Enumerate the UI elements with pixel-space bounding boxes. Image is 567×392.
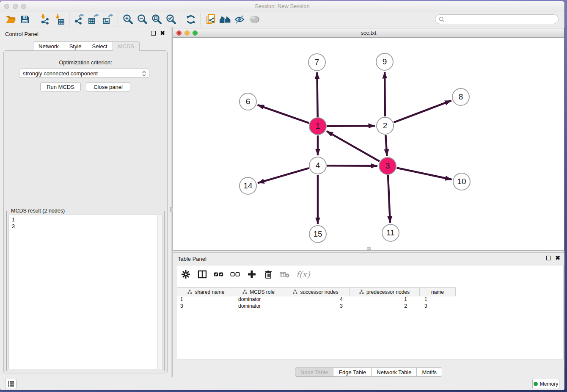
node-table-view: f(x) shared name MCDS role successor nod… (177, 265, 564, 359)
toolbar-separator (201, 13, 201, 26)
network-canvas[interactable]: 7968124314101511 (173, 38, 564, 250)
graph-edge-3-10[interactable] (397, 168, 452, 179)
canvas-resize-handle[interactable] (367, 247, 371, 250)
result-scrollbar[interactable] (157, 215, 162, 369)
tab-style[interactable]: Style (64, 41, 87, 51)
tab-node-table[interactable]: Node Table (295, 367, 334, 377)
table-row[interactable]: 3dominator323 (177, 303, 563, 310)
column-header-predecessor-nodes[interactable]: predecessor nodes (350, 288, 420, 296)
network-window-titlebar[interactable]: ✕ − + scc.txt (173, 28, 564, 38)
main-toolbar (0, 12, 564, 27)
graph-node-4[interactable]: 4 (309, 157, 327, 174)
graph-node-10[interactable]: 10 (453, 173, 471, 190)
search-field[interactable] (435, 14, 559, 24)
graph-node-3[interactable]: 3 (379, 157, 396, 175)
graph-node-11[interactable]: 11 (382, 224, 399, 242)
search-input[interactable] (445, 17, 558, 22)
table-cell[interactable]: dominator (235, 296, 282, 303)
graph-edge-1-2[interactable] (327, 126, 375, 126)
graph-edge-2-3[interactable] (385, 135, 387, 156)
table-cell[interactable]: dominator (235, 303, 282, 310)
graph-node-6[interactable]: 6 (239, 93, 257, 110)
delete-row-trash-icon[interactable] (263, 269, 273, 279)
table-cell[interactable]: 3 (420, 303, 456, 310)
graph-edge-2-9[interactable] (385, 72, 385, 116)
table-cell[interactable]: 2 (350, 303, 420, 310)
column-header-shared-name[interactable]: shared name (177, 288, 235, 296)
mcds-result-area[interactable]: 1 3 (8, 215, 162, 369)
delete-column-icon (280, 269, 290, 279)
control-panel: Control Panel ✖ Network Style Select MCD… (0, 27, 171, 377)
close-panel-button[interactable]: Close panel (86, 82, 130, 91)
import-table-icon[interactable] (52, 13, 66, 26)
graph-edge-3-1[interactable] (327, 131, 380, 161)
open-session-icon[interactable] (3, 13, 18, 26)
column-header-name[interactable]: name (420, 288, 456, 296)
optimization-criterion-label: Optimization criterion: (4, 59, 167, 66)
mcds-panel: Optimization criterion: strongly connect… (3, 50, 168, 373)
refresh-icon[interactable] (184, 13, 198, 26)
table-panel-title: Table Panel (178, 256, 206, 262)
graph-edge-4-14[interactable] (258, 168, 309, 183)
memory-status-icon (534, 382, 538, 386)
zoom-in-icon[interactable] (121, 13, 135, 26)
hide-panel-eye-icon[interactable] (232, 13, 247, 26)
run-mcds-button[interactable]: Run MCDS (40, 82, 81, 91)
add-row-icon[interactable] (247, 269, 257, 279)
export-image-icon[interactable] (101, 13, 115, 26)
tab-mcds[interactable]: MCDS (113, 41, 140, 51)
zoom-selected-icon[interactable] (164, 13, 178, 26)
graph-edge-1-7[interactable] (317, 72, 317, 117)
memory-button[interactable]: Memory (532, 379, 559, 389)
tab-edge-table[interactable]: Edge Table (333, 367, 372, 377)
table-cell[interactable]: 1 (420, 296, 456, 303)
float-table-panel-icon[interactable] (546, 256, 551, 260)
export-network-icon[interactable] (72, 13, 86, 26)
graph-node-9[interactable]: 9 (376, 53, 394, 71)
disabled-view-icon (247, 13, 261, 26)
tab-motifs[interactable]: Motifs (416, 367, 442, 377)
clone-network-icon[interactable] (204, 13, 218, 26)
hierarchy-icon (293, 290, 297, 294)
graph-node-14[interactable]: 14 (239, 177, 257, 195)
select-all-icon[interactable] (214, 269, 224, 279)
close-table-panel-icon[interactable]: ✖ (555, 256, 560, 260)
export-table-icon[interactable] (86, 13, 101, 26)
mcds-result-group: MCDS result (2 nodes) 1 3 (6, 211, 165, 371)
zoom-out-icon[interactable] (135, 13, 149, 26)
tab-select[interactable]: Select (87, 41, 113, 51)
zoom-fit-icon[interactable] (149, 13, 164, 26)
table-cell[interactable]: 3 (177, 303, 235, 310)
table-cell[interactable]: 3 (282, 303, 350, 310)
graph-node-2[interactable]: 2 (376, 117, 394, 135)
tab-network[interactable]: Network (33, 41, 64, 51)
home-icon[interactable] (218, 13, 232, 26)
graph-edge-2-8[interactable] (394, 101, 451, 123)
float-panel-icon[interactable] (151, 31, 156, 36)
graph-node-7[interactable]: 7 (308, 53, 326, 71)
graph-node-1[interactable]: 1 (309, 117, 327, 135)
graph-edge-1-6[interactable] (258, 105, 309, 123)
criterion-dropdown[interactable]: strongly connected component (19, 69, 149, 78)
table-row[interactable]: 1dominator411 (177, 296, 563, 303)
app-window: Session: New Session (0, 1, 564, 390)
table-cell[interactable]: 4 (282, 296, 350, 303)
deselect-all-icon[interactable] (230, 269, 240, 279)
graph-edges (173, 38, 564, 250)
tab-network-table[interactable]: Network Table (371, 367, 417, 377)
graph-edge-4-3[interactable] (327, 166, 377, 166)
table-settings-gear-icon[interactable] (181, 269, 191, 279)
table-cell[interactable]: 1 (350, 296, 420, 303)
graph-node-15[interactable]: 15 (309, 225, 327, 243)
toolbar-separator (181, 13, 181, 26)
graph-edge-3-11[interactable] (388, 175, 390, 223)
toggle-columns-icon[interactable] (197, 269, 207, 279)
table-cell[interactable]: 1 (177, 296, 235, 303)
graph-node-8[interactable]: 8 (452, 88, 470, 106)
column-header-successor-nodes[interactable]: successor nodes (282, 288, 350, 296)
save-session-icon[interactable] (18, 13, 32, 26)
task-history-button[interactable] (5, 379, 17, 389)
close-panel-icon[interactable]: ✖ (160, 31, 165, 36)
column-header-mcds-role[interactable]: MCDS role (235, 288, 282, 296)
import-network-icon[interactable] (38, 13, 52, 26)
